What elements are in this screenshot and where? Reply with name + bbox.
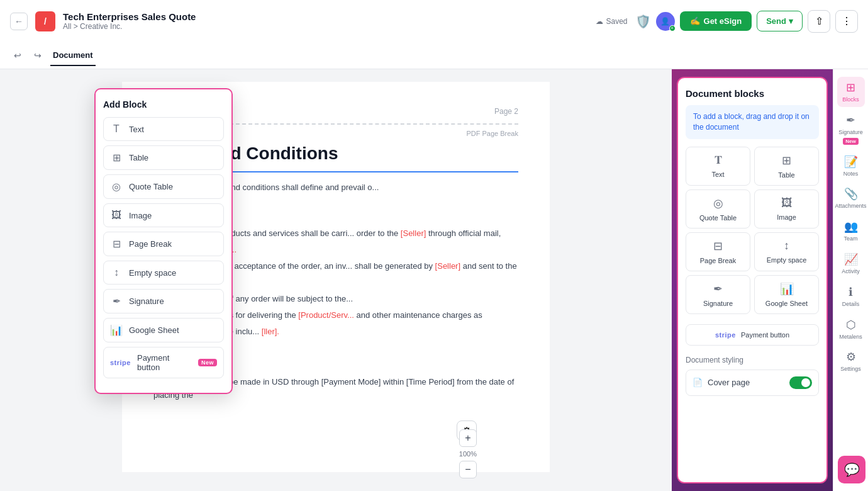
blocks-panel-title: Document blocks [686, 88, 819, 99]
add-block-table[interactable]: ⊞ Table [103, 145, 224, 170]
blocks-hint: To add a block, drag and drop it on the … [686, 105, 819, 139]
add-block-title: Add Block [103, 99, 224, 110]
blocks-panel: Document blocks To add a block, drag and… [677, 77, 828, 483]
avatar[interactable]: 👤 + [656, 12, 675, 31]
quote-table-icon: ◎ [110, 181, 123, 193]
more-button[interactable]: ⋮ [835, 10, 858, 33]
breadcrumb-sep: > [74, 22, 78, 31]
new-badge: New [198, 359, 217, 366]
block-card-page-break[interactable]: ⊟ Page Break [686, 232, 750, 271]
breadcrumb: All > Creative Inc. [63, 22, 588, 31]
image-card-label: Image [777, 213, 796, 221]
add-block-popup: Add Block T Text ⊞ Table ◎ Quote Table 🖼… [94, 88, 233, 394]
add-block-google-sheet[interactable]: 📊 Google Sheet [103, 318, 224, 342]
add-block-page-break[interactable]: ⊟ Page Break [103, 232, 224, 256]
page-label: Page 2 [494, 107, 518, 116]
zoom-in-button[interactable]: + [459, 429, 477, 447]
block-card-text[interactable]: 𝐓 Text [686, 147, 750, 186]
attachments-sidebar-label: Attachments [835, 203, 866, 210]
add-block-signature[interactable]: ✒ Signature [103, 289, 224, 313]
stripe-card-icon: stripe [715, 331, 736, 339]
back-button[interactable]: ← [10, 13, 28, 30]
send-button[interactable]: Send ▾ [757, 11, 803, 31]
share-button[interactable]: ⇧ [808, 10, 830, 33]
shield-icon: 🛡️ [635, 14, 651, 29]
notes-sidebar-icon: 📝 [844, 155, 858, 169]
chat-icon: 💬 [844, 462, 860, 477]
quote-table-card-label: Quote Table [699, 214, 737, 222]
breadcrumb-all[interactable]: All [63, 22, 71, 31]
empty-space-icon: ↕ [110, 267, 123, 278]
doc-icon: / [35, 11, 55, 31]
zoom-level: 100% [459, 448, 477, 460]
breadcrumb-company[interactable]: Creative Inc. [80, 22, 122, 31]
block-card-google-sheet[interactable]: 📊 Google Sheet [754, 275, 819, 314]
block-card-quote-table[interactable]: ◎ Quote Table [686, 189, 750, 229]
sidebar-item-activity[interactable]: 📈 Activity [837, 249, 865, 279]
chat-button[interactable]: 💬 [838, 456, 865, 483]
saved-badge: ☁ Saved [596, 17, 627, 26]
empty-space-card-label: Empty space [767, 256, 807, 264]
sidebar-item-metalens[interactable]: ⬡ Metalens [837, 314, 865, 344]
cover-page-toggle[interactable] [789, 376, 812, 389]
signature-new-badge: New [843, 138, 858, 145]
topbar-tabs: ↩ ↪ Document [10, 42, 858, 69]
text-card-label: Text [711, 171, 724, 178]
add-block-payment-button[interactable]: stripe Payment button New [103, 347, 224, 378]
cover-page-icon: 📄 [693, 378, 703, 387]
image-card-icon: 🖼 [781, 196, 793, 210]
topbar: ← / Tech Enterprises Sales Quote All > C… [0, 0, 868, 69]
doc-canvas: Add Block T Text ⊞ Table ◎ Quote Table 🖼… [0, 69, 672, 491]
sidebar-item-blocks[interactable]: ⊞ Blocks [837, 77, 865, 107]
doc-title-area: Tech Enterprises Sales Quote All > Creat… [63, 11, 588, 31]
quote-table-card-icon: ◎ [713, 196, 723, 210]
add-block-quote-table[interactable]: ◎ Quote Table [103, 174, 224, 199]
google-sheet-card-label: Google Sheet [765, 300, 808, 307]
metalens-sidebar-icon: ⬡ [846, 318, 856, 332]
cover-page-label: 📄 Cover page [693, 378, 750, 387]
sidebar-item-details[interactable]: ℹ Details [837, 281, 865, 312]
signature-card-label: Signature [703, 300, 733, 307]
zoom-controls: + 100% − [459, 429, 477, 478]
signature-block-icon: ✒ [110, 295, 123, 307]
block-card-image[interactable]: 🖼 Image [754, 189, 819, 229]
undo-button[interactable]: ↩ [10, 48, 25, 63]
zoom-out-button[interactable]: − [459, 461, 477, 478]
table-card-icon: ⊞ [782, 154, 791, 167]
attachments-sidebar-icon: 📎 [844, 187, 858, 201]
add-block-text[interactable]: T Text [103, 117, 224, 141]
tab-document[interactable]: Document [50, 45, 96, 66]
stripe-logo: stripe [110, 359, 131, 366]
signature-sidebar-label: Signature [838, 129, 863, 136]
sidebar-item-settings[interactable]: ⚙ Settings [837, 346, 865, 376]
cover-page-row: 📄 Cover page [686, 370, 819, 396]
get-esign-button[interactable]: ✍ Get eSign [680, 11, 752, 31]
esign-icon: ✍ [690, 16, 700, 26]
saved-label: Saved [606, 17, 627, 26]
table-block-icon: ⊞ [110, 152, 123, 164]
block-card-table[interactable]: ⊞ Table [754, 147, 819, 186]
block-card-signature[interactable]: ✒ Signature [686, 275, 750, 314]
sidebar-item-team[interactable]: 👥 Team [837, 216, 865, 246]
details-sidebar-label: Details [842, 301, 860, 308]
activity-sidebar-label: Activity [842, 268, 860, 275]
redo-button[interactable]: ↪ [30, 48, 45, 63]
sidebar-item-attachments[interactable]: 📎 Attachments [837, 183, 865, 213]
more-icon: ⋮ [842, 15, 852, 27]
signature-card-icon: ✒ [713, 282, 723, 296]
add-block-image[interactable]: 🖼 Image [103, 203, 224, 227]
doc-styling-label: Document styling [686, 356, 819, 364]
block-card-empty-space[interactable]: ↕ Empty space [754, 232, 819, 271]
add-block-empty-space[interactable]: ↕ Empty space [103, 261, 224, 285]
block-card-payment[interactable]: stripe Payment button [686, 324, 819, 346]
details-sidebar-icon: ℹ [849, 285, 853, 299]
add-user-dot: + [669, 25, 676, 31]
sidebar-item-notes[interactable]: 📝 Notes [837, 151, 865, 181]
sidebar-item-signature[interactable]: ✒ Signature New [837, 110, 865, 149]
payment-card-label: Payment button [741, 331, 789, 339]
blocks-sidebar-label: Blocks [842, 96, 859, 103]
metalens-sidebar-label: Metalens [839, 334, 862, 341]
share-icon: ⇧ [815, 15, 823, 27]
blocks-grid: 𝐓 Text ⊞ Table ◎ Quote Table 🖼 Image ⊟ P… [686, 147, 819, 314]
signature-sidebar-icon: ✒ [846, 113, 855, 127]
